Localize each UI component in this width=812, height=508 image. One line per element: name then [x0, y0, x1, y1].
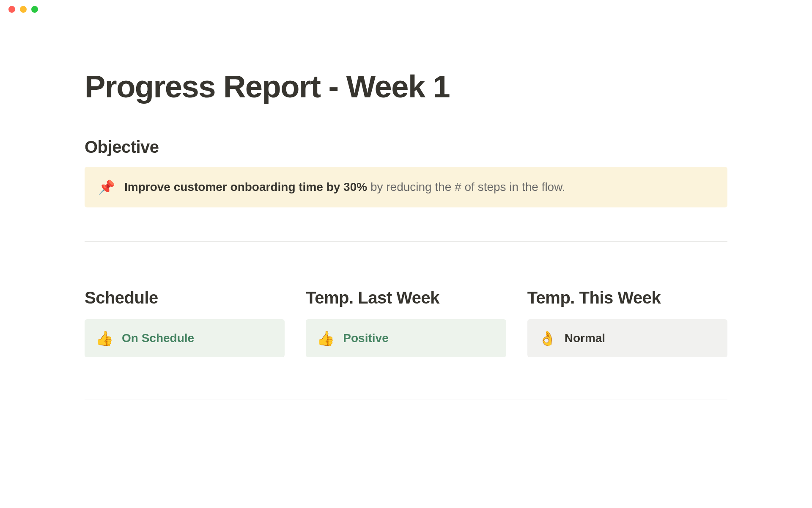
close-window-button[interactable] [8, 6, 15, 13]
status-row: Schedule 👍 On Schedule Temp. Last Week 👍… [85, 288, 727, 357]
temp-last-week-column: Temp. Last Week 👍 Positive [306, 288, 506, 357]
maximize-window-button[interactable] [31, 6, 38, 13]
thumbs-up-icon: 👍 [96, 331, 113, 345]
window-titlebar [0, 0, 812, 19]
temp-last-week-heading: Temp. Last Week [306, 288, 506, 307]
app-window: Progress Report - Week 1 Objective 📌 Imp… [0, 0, 812, 508]
section-divider [85, 400, 727, 400]
objective-rest-text: by reducing the # of steps in the flow. [367, 180, 565, 193]
temp-last-week-card: 👍 Positive [306, 319, 506, 357]
thumbs-up-icon: 👍 [317, 331, 335, 345]
objective-heading: Objective [85, 138, 727, 157]
page-content: Progress Report - Week 1 Objective 📌 Imp… [0, 19, 812, 400]
minimize-window-button[interactable] [20, 6, 27, 13]
section-divider [85, 241, 727, 242]
schedule-card: 👍 On Schedule [85, 319, 285, 357]
objective-callout: 📌 Improve customer onboarding time by 30… [85, 167, 727, 207]
temp-this-week-card: 👌 Normal [527, 319, 727, 357]
page-title: Progress Report - Week 1 [85, 69, 727, 104]
temp-this-week-heading: Temp. This Week [527, 288, 727, 307]
temp-last-week-label: Positive [343, 331, 388, 345]
objective-bold-text: Improve customer onboarding time by 30% [124, 180, 367, 193]
pushpin-icon: 📌 [98, 180, 115, 194]
schedule-label: On Schedule [122, 331, 194, 345]
ok-hand-icon: 👌 [538, 331, 556, 345]
schedule-heading: Schedule [85, 288, 285, 307]
temp-this-week-label: Normal [565, 331, 605, 345]
objective-text: Improve customer onboarding time by 30% … [124, 179, 565, 195]
temp-this-week-column: Temp. This Week 👌 Normal [527, 288, 727, 357]
schedule-column: Schedule 👍 On Schedule [85, 288, 285, 357]
